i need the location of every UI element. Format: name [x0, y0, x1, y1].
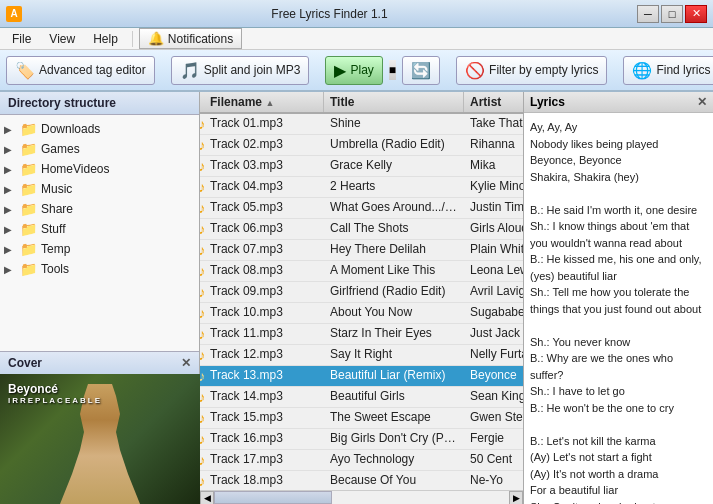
- table-row[interactable]: ♪ Track 15.mp3 The Sweet Escape Gwen Ste…: [200, 408, 523, 429]
- row-filename: Track 09.mp3: [204, 282, 324, 302]
- table-row[interactable]: ♪ Track 13.mp3 Beautiful Liar (Remix) Be…: [200, 366, 523, 387]
- row-title: Girlfriend (Radio Edit): [324, 282, 464, 302]
- row-filename: Track 04.mp3: [204, 177, 324, 197]
- h-scroll-left[interactable]: ◀: [200, 491, 214, 504]
- table-row[interactable]: ♪ Track 17.mp3 Ayo Technology 50 Cent: [200, 450, 523, 471]
- h-scrollbar[interactable]: ◀ ▶: [200, 490, 523, 504]
- cover-close-button[interactable]: ✕: [181, 356, 191, 370]
- table-row[interactable]: ♪ Track 05.mp3 What Goes Around.../…C...…: [200, 198, 523, 219]
- row-artist: Mika: [464, 156, 523, 176]
- row-title: A Moment Like This: [324, 261, 464, 281]
- row-filename: Track 15.mp3: [204, 408, 324, 428]
- tree-item[interactable]: ▶ 📁 Stuff: [0, 219, 199, 239]
- table-row[interactable]: ♪ Track 09.mp3 Girlfriend (Radio Edit) A…: [200, 282, 523, 303]
- row-title: Beautiful Girls: [324, 387, 464, 407]
- tree-label: Games: [41, 142, 80, 156]
- row-artist: Nelly Furtado: [464, 345, 523, 365]
- tree-item[interactable]: ▶ 📁 Share: [0, 199, 199, 219]
- table-row[interactable]: ♪ Track 04.mp3 2 Hearts Kylie Minogue: [200, 177, 523, 198]
- folder-icon: 📁: [20, 221, 37, 237]
- table-row[interactable]: ♪ Track 07.mp3 Hey There Delilah Plain W…: [200, 240, 523, 261]
- play-icon: ▶: [334, 61, 346, 80]
- lyrics-close-button[interactable]: ✕: [697, 95, 707, 109]
- th-filename-label: Filename: [210, 95, 262, 109]
- tree-item[interactable]: ▶ 📁 Games: [0, 139, 199, 159]
- row-filename: Track 14.mp3: [204, 387, 324, 407]
- h-scroll-right[interactable]: ▶: [509, 491, 523, 504]
- advanced-tag-button[interactable]: 🏷️ Advanced tag editor: [6, 56, 155, 85]
- row-filename: Track 16.mp3: [204, 429, 324, 449]
- table-row[interactable]: ♪ Track 16.mp3 Big Girls Don't Cry (Pers…: [200, 429, 523, 450]
- tree-arrow: ▶: [4, 124, 16, 135]
- table-row[interactable]: ♪ Track 01.mp3 Shine Take That: [200, 114, 523, 135]
- menu-separator: [132, 31, 133, 47]
- tree-arrow: ▶: [4, 264, 16, 275]
- table-row[interactable]: ♪ Track 03.mp3 Grace Kelly Mika: [200, 156, 523, 177]
- filter-empty-button[interactable]: 🚫 Filter by empty lyrics: [456, 56, 607, 85]
- row-title: Beautiful Liar (Remix): [324, 366, 464, 386]
- table-row[interactable]: ♪ Track 10.mp3 About You Now Sugababes: [200, 303, 523, 324]
- tree-item[interactable]: ▶ 📁 Music: [0, 179, 199, 199]
- tree-label: Tools: [41, 262, 69, 276]
- cover-album: IRREPLACEABLE: [8, 396, 102, 405]
- menu-help[interactable]: Help: [85, 30, 126, 48]
- menu-file[interactable]: File: [4, 30, 39, 48]
- table-row[interactable]: ♪ Track 08.mp3 A Moment Like This Leona …: [200, 261, 523, 282]
- tree-arrow: ▶: [4, 224, 16, 235]
- row-title: Grace Kelly: [324, 156, 464, 176]
- table-row[interactable]: ♪ Track 14.mp3 Beautiful Girls Sean King…: [200, 387, 523, 408]
- tag-icon: 🏷️: [15, 61, 35, 80]
- row-filename: Track 05.mp3: [204, 198, 324, 218]
- minimize-button[interactable]: ─: [637, 5, 659, 23]
- find-lyrics-button[interactable]: 🌐 Find lyrics: [623, 56, 713, 85]
- row-filename: Track 01.mp3: [204, 114, 324, 134]
- h-scroll-thumb[interactable]: [214, 491, 332, 504]
- row-title: What Goes Around.../…C...: [324, 198, 464, 218]
- stop-button[interactable]: ■: [389, 60, 396, 80]
- split-join-button[interactable]: 🎵 Split and join MP3: [171, 56, 310, 85]
- row-title: About You Now: [324, 303, 464, 323]
- window-title: Free Lyrics Finder 1.1: [22, 7, 637, 21]
- table-row[interactable]: ♪ Track 02.mp3 Umbrella (Radio Edit) Rih…: [200, 135, 523, 156]
- play-button[interactable]: ▶ Play: [325, 56, 382, 85]
- tree-item[interactable]: ▶ 📁 Tools: [0, 259, 199, 279]
- row-title: Say It Right: [324, 345, 464, 365]
- tree-item[interactable]: ▶ 📁 HomeVideos: [0, 159, 199, 179]
- refresh-icon: 🔄: [411, 61, 431, 80]
- title-bar: A Free Lyrics Finder 1.1 ─ □ ✕: [0, 0, 713, 28]
- maximize-button[interactable]: □: [661, 5, 683, 23]
- folder-icon: 📁: [20, 261, 37, 277]
- th-title-label: Title: [330, 95, 354, 109]
- tree-item[interactable]: ▶ 📁 Temp: [0, 239, 199, 259]
- table-row[interactable]: ♪ Track 18.mp3 Because Of You Ne-Yo: [200, 471, 523, 490]
- play-label: Play: [350, 63, 373, 77]
- row-filename: Track 07.mp3: [204, 240, 324, 260]
- split-icon: 🎵: [180, 61, 200, 80]
- bell-icon: 🔔: [148, 31, 164, 46]
- th-title[interactable]: Title: [324, 92, 464, 112]
- table-row[interactable]: ♪ Track 06.mp3 Call The Shots Girls Alou…: [200, 219, 523, 240]
- row-filename: Track 08.mp3: [204, 261, 324, 281]
- table-row[interactable]: ♪ Track 12.mp3 Say It Right Nelly Furtad…: [200, 345, 523, 366]
- refresh-button[interactable]: 🔄: [402, 56, 440, 85]
- th-artist[interactable]: Artist: [464, 92, 523, 112]
- row-filename: Track 12.mp3: [204, 345, 324, 365]
- tree-label: Downloads: [41, 122, 100, 136]
- th-filename[interactable]: Filename ▲: [204, 92, 324, 112]
- close-button[interactable]: ✕: [685, 5, 707, 23]
- tree-item[interactable]: ▶ 📁 Downloads: [0, 119, 199, 139]
- table-row[interactable]: ♪ Track 11.mp3 Starz In Their Eyes Just …: [200, 324, 523, 345]
- row-filename: Track 10.mp3: [204, 303, 324, 323]
- notifications-button[interactable]: 🔔 Notifications: [139, 28, 242, 49]
- row-artist: Sean Kingston: [464, 387, 523, 407]
- row-artist: 50 Cent: [464, 450, 523, 470]
- row-artist: Take That: [464, 114, 523, 134]
- menu-view[interactable]: View: [41, 30, 83, 48]
- folder-icon: 📁: [20, 201, 37, 217]
- table-body: ♪ Track 01.mp3 Shine Take That ♪ Track 0…: [200, 114, 523, 490]
- tree-arrow: ▶: [4, 204, 16, 215]
- tree-arrow: ▶: [4, 164, 16, 175]
- h-scroll-track[interactable]: [214, 491, 509, 504]
- cover-area: Cover ✕ Beyoncé IRREPLACEABLE: [0, 351, 199, 504]
- row-artist: Girls Aloud: [464, 219, 523, 239]
